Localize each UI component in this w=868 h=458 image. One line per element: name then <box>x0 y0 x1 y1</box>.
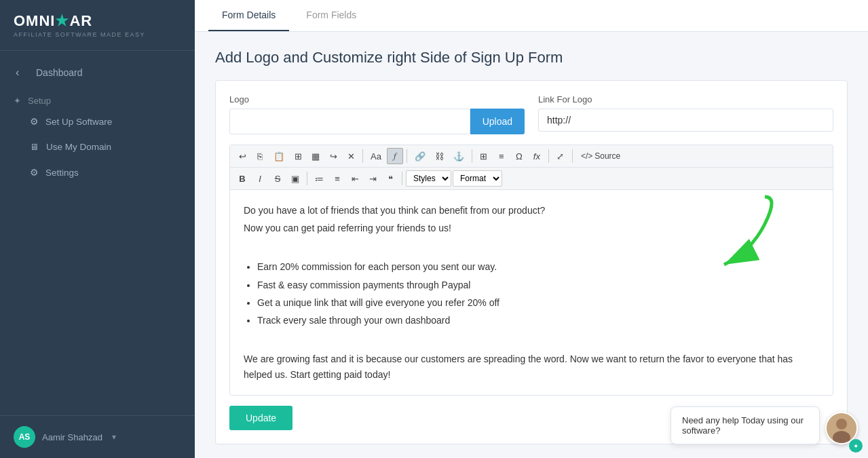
settings-icon: ⚙ <box>30 167 39 178</box>
sidebar-item-setup-software[interactable]: ⚙ Set Up Software <box>0 109 195 134</box>
content-area: Add Logo and Customize right Side of Sig… <box>195 32 868 458</box>
logo-tagline: AFFILIATE SOFTWARE MADE EASY <box>14 31 181 38</box>
italic-button[interactable]: I <box>252 171 268 187</box>
logo-star: ★ <box>55 12 69 29</box>
link-input[interactable] <box>538 109 833 132</box>
user-name: Aamir Shahzad <box>42 432 102 442</box>
sidebar-item-settings[interactable]: ⚙ Settings <box>0 159 195 185</box>
source-label: Source <box>595 151 620 161</box>
logo-label: Logo <box>229 94 525 104</box>
unlink-icon[interactable]: ⛓ <box>431 149 448 164</box>
bullet-4: Track every sale through your own dashbo… <box>257 313 819 328</box>
setup-software-label: Set Up Software <box>45 117 112 127</box>
bullet-3: Get a unique link that will give everyon… <box>257 295 819 310</box>
decrease-indent-btn[interactable]: ⇤ <box>347 171 363 187</box>
logo-input-row: Upload <box>229 109 525 134</box>
editor-content-area[interactable]: Do you have a lot of friends that you th… <box>230 190 833 395</box>
sep-3 <box>472 149 472 163</box>
increase-indent-btn[interactable]: ⇥ <box>364 171 381 187</box>
bullet-1: Earn 20% commission for each person you … <box>257 259 819 274</box>
omega-icon[interactable]: Ω <box>511 149 527 164</box>
logo-area: OMNI★AR AFFILIATE SOFTWARE MADE EASY <box>0 0 195 51</box>
editor-line-1: Do you have a lot of friends that you th… <box>244 203 819 218</box>
undo-icon[interactable]: ↩ <box>234 149 250 164</box>
copy-icon[interactable]: ⎘ <box>252 149 268 164</box>
ordered-list-btn[interactable]: ≔ <box>311 171 328 187</box>
logo-link-row: Logo Upload Link For Logo <box>229 94 833 134</box>
bold-button[interactable]: B <box>234 171 250 187</box>
editor-line-2: Now you can get paid referring your frie… <box>244 221 819 235</box>
editor-footer: We are growing fast and it is because ou… <box>244 351 819 382</box>
toolbar-row-2: B I S ▣ ≔ ≡ ⇤ ⇥ ❝ Styles Format <box>230 168 833 190</box>
tabs-bar: Form Details Form Fields <box>195 0 868 32</box>
form-panel: Logo Upload Link For Logo ↩ ⎘ 📋 <box>215 80 848 444</box>
tab-form-fields[interactable]: Form Fields <box>293 0 370 31</box>
formula-icon[interactable]: fx <box>529 149 545 164</box>
sep-6 <box>307 172 307 185</box>
link-col: Link For Logo <box>538 94 833 134</box>
chat-bubble[interactable]: Need any help Today using our software? <box>671 406 820 444</box>
redo-icon[interactable]: ↪ <box>325 149 341 164</box>
maximize-icon[interactable]: ⤢ <box>552 149 569 164</box>
chat-message: Need any help Today using our software? <box>682 415 804 436</box>
use-my-domain-label: Use My Domain <box>46 142 111 152</box>
sidebar-nav: ‹ Dashboard ✦ Setup ⚙ Set Up Software 🖥 … <box>0 51 195 415</box>
link-icon[interactable]: 🔗 <box>411 149 430 164</box>
sidebar: OMNI★AR AFFILIATE SOFTWARE MADE EASY ‹ D… <box>0 0 195 458</box>
source-button[interactable]: </> Source <box>576 149 625 164</box>
svg-point-2 <box>836 419 847 430</box>
page-title: Add Logo and Customize right Side of Sig… <box>215 49 848 66</box>
setup-icon: ✦ <box>14 96 21 106</box>
gear-icon: ⚙ <box>30 116 39 127</box>
source-bracket-open: </> <box>581 151 592 161</box>
brand-logo: OMNI★AR <box>14 12 181 30</box>
blockquote-btn[interactable]: ❝ <box>382 171 398 187</box>
unordered-list-btn[interactable]: ≡ <box>329 171 345 187</box>
update-button[interactable]: Update <box>229 406 293 430</box>
font-icon[interactable]: Aa <box>366 149 385 164</box>
dashboard-label: Dashboard <box>36 67 83 78</box>
rich-text-editor: ↩ ⎘ 📋 ⊞ ▦ ↪ ✕ Aa 𝑓 🔗 ⛓ ⚓ ⊞ ≡ <box>229 145 833 396</box>
chat-widget: Need any help Today using our software? <box>671 406 858 444</box>
chat-resize-icon[interactable]: ✦ <box>849 439 863 453</box>
monitor-icon: 🖥 <box>30 142 39 152</box>
setup-label: Setup <box>28 96 51 106</box>
avatar-image <box>827 413 856 443</box>
sep-1 <box>362 149 363 163</box>
anchor-icon[interactable]: ⚓ <box>449 149 468 164</box>
link-label: Link For Logo <box>538 94 833 104</box>
settings-label: Settings <box>45 168 79 178</box>
sep-2 <box>407 149 407 163</box>
strikethrough-button[interactable]: S <box>269 171 286 187</box>
sidebar-item-use-my-domain[interactable]: 🖥 Use My Domain <box>0 134 195 159</box>
user-footer[interactable]: AS Aamir Shahzad ▾ <box>0 415 195 458</box>
bullet-2: Fast & easy commission payments through … <box>257 278 819 292</box>
styles-select[interactable]: Styles <box>406 170 451 187</box>
format-select[interactable]: Format <box>453 170 502 187</box>
clear-icon[interactable]: ✕ <box>343 149 359 164</box>
avatar: AS <box>14 426 35 448</box>
paste-icon[interactable]: 📋 <box>269 149 288 164</box>
setup-section: ✦ Setup <box>0 88 195 109</box>
upload-button[interactable]: Upload <box>470 109 525 134</box>
paste-text-icon[interactable]: ⊞ <box>290 149 306 164</box>
sidebar-item-dashboard[interactable]: ‹ Dashboard <box>0 58 195 88</box>
logo-col: Logo Upload <box>229 94 525 134</box>
editor-bullets: Earn 20% commission for each person you … <box>257 259 819 328</box>
sep-4 <box>548 149 549 163</box>
sep-5 <box>572 149 573 163</box>
sep-7 <box>402 172 402 185</box>
tab-form-details[interactable]: Form Details <box>208 0 289 31</box>
main-content: Form Details Form Fields Add Logo and Cu… <box>195 0 868 458</box>
toolbar-row-1: ↩ ⎘ 📋 ⊞ ▦ ↪ ✕ Aa 𝑓 🔗 ⛓ ⚓ ⊞ ≡ <box>230 145 833 168</box>
table-icon[interactable]: ▦ <box>307 149 324 164</box>
chevron-left-icon: ‹ <box>16 66 29 79</box>
table2-icon[interactable]: ⊞ <box>476 149 492 164</box>
logo-input[interactable] <box>229 109 470 134</box>
align-icon[interactable]: ≡ <box>493 149 510 164</box>
special-char-icon[interactable]: 𝑓 <box>387 148 403 164</box>
user-caret-icon: ▾ <box>112 432 116 442</box>
image-button[interactable]: ▣ <box>287 171 303 187</box>
